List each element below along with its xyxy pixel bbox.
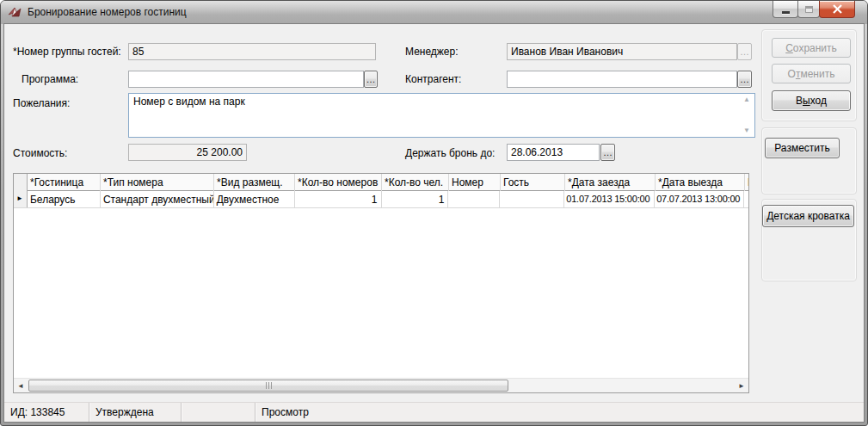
wishes-scroll-down-icon[interactable]: ▼ <box>741 126 753 136</box>
status-empty-panel <box>182 403 255 422</box>
program-field[interactable] <box>128 71 364 88</box>
cell-room-count[interactable]: 1 <box>295 191 382 208</box>
booking-grid: *Гостиница *Тип номера *Вид размещ. *Кол… <box>13 173 749 393</box>
scrollbar-grip-icon <box>268 382 269 389</box>
scroll-right-icon[interactable]: ► <box>735 379 748 393</box>
status-mode: Просмотр <box>255 403 864 422</box>
minimize-icon <box>782 11 790 14</box>
close-button[interactable] <box>819 1 855 18</box>
cancel-button: Отменить <box>772 64 851 83</box>
titlebar[interactable]: Бронирование номеров гостиниц <box>1 1 867 24</box>
row-marker-icon: ► <box>16 194 23 202</box>
save-label-accel: С <box>785 42 793 54</box>
hold-until-field[interactable] <box>507 144 600 161</box>
column-header-clipped: П <box>745 174 748 191</box>
wishes-label: Пожелания: <box>13 97 70 109</box>
window-controls <box>773 1 855 18</box>
scroll-left-icon[interactable]: ◄ <box>14 379 28 393</box>
cell-checkout[interactable]: 07.07.2013 13:00:00 <box>655 191 744 208</box>
exit-label-pre: В <box>796 95 803 107</box>
app-window: Бронирование номеров гостиниц *Номер гру… <box>0 0 868 426</box>
cell-room-number[interactable] <box>448 191 500 208</box>
scrollbar-thumb[interactable] <box>28 380 508 392</box>
status-record-id: ИД: 133845 <box>4 403 89 422</box>
maximize-button <box>797 1 820 18</box>
program-browse-button[interactable]: … <box>364 71 378 88</box>
column-header-checkout[interactable]: *Дата выезда <box>656 174 745 191</box>
cell-guest[interactable] <box>500 191 564 208</box>
app-icon-glyph <box>8 5 22 20</box>
place-button[interactable]: Разместить <box>765 138 840 158</box>
column-header-room-type[interactable]: *Тип номера <box>101 174 214 191</box>
cell-clipped <box>744 191 748 208</box>
column-header-placement[interactable]: *Вид размещ. <box>214 174 295 191</box>
cost-field[interactable] <box>128 144 247 161</box>
manager-browse-button: … <box>737 43 752 60</box>
save-button: Сохранить <box>772 38 851 58</box>
counterparty-label: Контрагент: <box>405 73 461 85</box>
cost-label: Стоимость: <box>13 147 67 159</box>
wishes-field[interactable]: Номер с видом на парк <box>128 93 755 138</box>
exit-button[interactable]: Выход <box>772 90 851 111</box>
cancel-label-pre: О <box>788 68 796 80</box>
maximize-icon <box>805 6 813 13</box>
column-header-room-count[interactable]: *Кол-во номеров <box>295 174 382 191</box>
group-number-field[interactable] <box>128 43 376 60</box>
save-label-post: охранить <box>793 42 837 54</box>
hold-until-label: Держать бронь до: <box>405 147 495 159</box>
group-number-label: *Номер группы гостей: <box>13 46 121 58</box>
exit-label-accel: ы <box>803 95 810 107</box>
cell-hotel[interactable]: Беларусь <box>28 191 101 208</box>
counterparty-browse-button[interactable]: … <box>737 71 752 88</box>
crib-button[interactable]: Детская кроватка <box>762 205 854 227</box>
counterparty-field[interactable] <box>507 71 737 88</box>
status-approval: Утверждена <box>89 403 182 422</box>
minimize-button[interactable] <box>773 1 798 18</box>
horizontal-scrollbar[interactable]: ◄ ► <box>14 378 748 392</box>
column-header-person-count[interactable]: *Кол-во чел. <box>382 174 449 191</box>
app-icon <box>8 5 22 20</box>
manager-label: Менеджер: <box>405 46 459 58</box>
cell-placement[interactable]: Двухместное <box>214 191 295 208</box>
cell-person-count[interactable]: 1 <box>382 191 449 208</box>
cell-room-type[interactable]: Стандарт двухместный <box>101 191 214 208</box>
wishes-scroll-up-icon[interactable]: ▲ <box>741 95 753 105</box>
exit-label-post: ход <box>810 95 827 107</box>
manager-field[interactable] <box>507 43 737 60</box>
column-header-guest[interactable]: Гость <box>501 174 565 191</box>
program-label: Программа: <box>22 73 78 85</box>
column-header-room-number[interactable]: Номер <box>449 174 501 191</box>
hold-until-browse-button[interactable]: … <box>600 144 615 161</box>
cancel-label-post: менить <box>800 68 834 80</box>
column-header-checkin[interactable]: *Дата заезда <box>565 174 656 191</box>
table-row[interactable]: ► Беларусь Стандарт двухместный Двухмест… <box>14 191 748 208</box>
grid-selector-header <box>14 174 28 191</box>
cell-checkin[interactable]: 01.07.2013 15:00:00 <box>564 191 655 208</box>
close-icon <box>831 4 844 14</box>
column-header-hotel[interactable]: *Гостиница <box>28 174 101 191</box>
status-bar: ИД: 133845 Утверждена Просмотр <box>4 402 864 422</box>
grid-header: *Гостиница *Тип номера *Вид размещ. *Кол… <box>14 174 748 191</box>
row-selector[interactable]: ► <box>14 191 28 207</box>
window-title: Бронирование номеров гостиниц <box>28 6 187 18</box>
